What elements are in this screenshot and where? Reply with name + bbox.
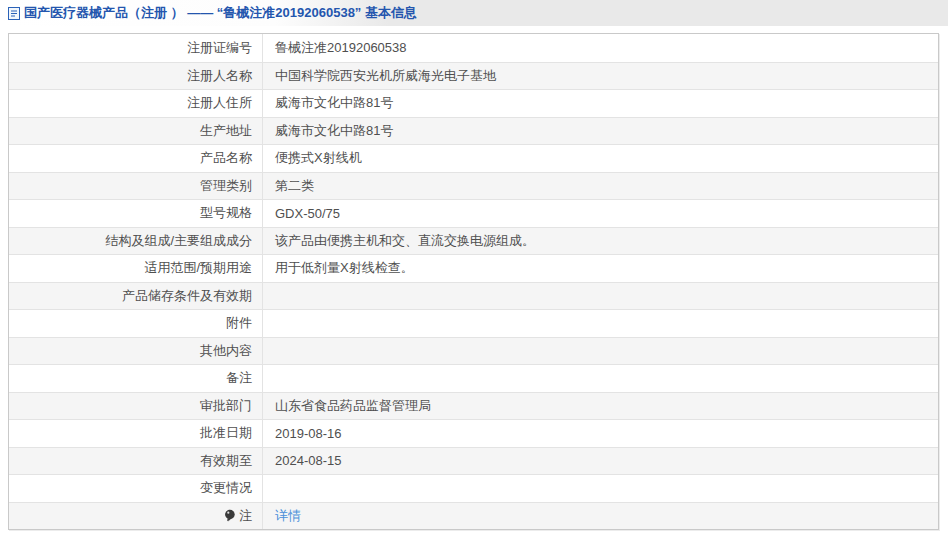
table-row: 其他内容 xyxy=(9,337,938,365)
table-row: 变更情况 xyxy=(9,474,938,502)
row-label-text: 有效期至 xyxy=(200,452,252,470)
row-label: 结构及组成/主要组成成分 xyxy=(9,228,263,255)
table-row: 生产地址 威海市文化中路81号 xyxy=(9,117,938,145)
table-row: 备注 xyxy=(9,364,938,392)
table-row: 审批部门 山东省食品药品监督管理局 xyxy=(9,392,938,420)
row-label: 产品储存条件及有效期 xyxy=(9,283,263,310)
row-value: 鲁械注准20192060538 xyxy=(263,34,938,62)
row-value: 2019-08-16 xyxy=(263,420,938,447)
page-title: 国产医疗器械产品（注册 ） —— “鲁械注准20192060538” 基本信息 xyxy=(24,4,417,22)
row-label-text: 注册人名称 xyxy=(187,67,252,85)
row-value xyxy=(263,475,938,502)
row-label-text: 注册证编号 xyxy=(187,39,252,57)
table-row: 批准日期 2019-08-16 xyxy=(9,419,938,447)
row-label-text: 注 xyxy=(239,507,252,525)
row-value: 便携式X射线机 xyxy=(263,145,938,172)
table-row: 注册人名称 中国科学院西安光机所威海光电子基地 xyxy=(9,62,938,90)
row-value: 第二类 xyxy=(263,173,938,200)
row-label: 注册人名称 xyxy=(9,63,263,90)
table-row: 适用范围/预期用途 用于低剂量X射线检查。 xyxy=(9,254,938,282)
table-row: 产品名称 便携式X射线机 xyxy=(9,144,938,172)
row-label-text: 附件 xyxy=(226,314,252,332)
document-icon xyxy=(8,7,20,20)
row-value: 山东省食品药品监督管理局 xyxy=(263,393,938,420)
row-label: 其他内容 xyxy=(9,338,263,365)
row-value: 该产品由便携主机和交、直流交换电源组成。 xyxy=(263,228,938,255)
row-label: 备注 xyxy=(9,365,263,392)
row-value: GDX-50/75 xyxy=(263,200,938,227)
row-label-text: 其他内容 xyxy=(200,342,252,360)
table-row: 注 详情 xyxy=(9,502,938,530)
details-link[interactable]: 详情 xyxy=(275,507,301,525)
page-header: 国产医疗器械产品（注册 ） —— “鲁械注准20192060538” 基本信息 xyxy=(0,0,948,26)
row-label: 型号规格 xyxy=(9,200,263,227)
row-label-text: 产品储存条件及有效期 xyxy=(122,287,252,305)
row-label: 生产地址 xyxy=(9,118,263,145)
row-label: 有效期至 xyxy=(9,448,263,475)
table-row: 产品储存条件及有效期 xyxy=(9,282,938,310)
row-value xyxy=(263,338,938,365)
table-row: 有效期至 2024-08-15 xyxy=(9,447,938,475)
row-label-text: 管理类别 xyxy=(200,177,252,195)
row-label: 产品名称 xyxy=(9,145,263,172)
row-label-text: 审批部门 xyxy=(200,397,252,415)
row-label: 注 xyxy=(9,503,263,530)
row-value: 详情 xyxy=(263,503,938,530)
row-label: 附件 xyxy=(9,310,263,337)
row-value: 威海市文化中路81号 xyxy=(263,118,938,145)
row-label-text: 结构及组成/主要组成成分 xyxy=(105,232,252,250)
table-row: 附件 xyxy=(9,309,938,337)
table-row: 型号规格 GDX-50/75 xyxy=(9,199,938,227)
row-label: 审批部门 xyxy=(9,393,263,420)
row-label-text: 适用范围/预期用途 xyxy=(144,259,252,277)
row-label: 注册证编号 xyxy=(9,34,263,62)
row-label-text: 注册人住所 xyxy=(187,94,252,112)
table-row: 注册证编号 鲁械注准20192060538 xyxy=(9,34,938,62)
row-label-text: 生产地址 xyxy=(200,122,252,140)
row-value: 中国科学院西安光机所威海光电子基地 xyxy=(263,63,938,90)
row-value xyxy=(263,365,938,392)
row-label-text: 型号规格 xyxy=(200,204,252,222)
note-balloon-icon xyxy=(224,509,236,522)
row-label-text: 批准日期 xyxy=(200,424,252,442)
row-value xyxy=(263,310,938,337)
row-value: 威海市文化中路81号 xyxy=(263,90,938,117)
row-label-text: 产品名称 xyxy=(200,149,252,167)
row-label: 适用范围/预期用途 xyxy=(9,255,263,282)
row-label: 变更情况 xyxy=(9,475,263,502)
row-label: 注册人住所 xyxy=(9,90,263,117)
info-table: 注册证编号 鲁械注准20192060538 注册人名称 中国科学院西安光机所威海… xyxy=(8,33,939,530)
row-label: 管理类别 xyxy=(9,173,263,200)
table-row: 管理类别 第二类 xyxy=(9,172,938,200)
row-value: 用于低剂量X射线检查。 xyxy=(263,255,938,282)
table-row: 结构及组成/主要组成成分 该产品由便携主机和交、直流交换电源组成。 xyxy=(9,227,938,255)
row-value: 2024-08-15 xyxy=(263,448,938,475)
row-value xyxy=(263,283,938,310)
table-row: 注册人住所 威海市文化中路81号 xyxy=(9,89,938,117)
row-label-text: 备注 xyxy=(226,369,252,387)
row-label-text: 变更情况 xyxy=(200,479,252,497)
row-label: 批准日期 xyxy=(9,420,263,447)
